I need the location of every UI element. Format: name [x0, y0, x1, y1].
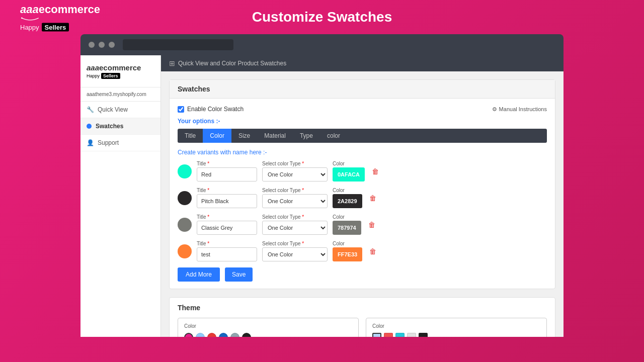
tab-color[interactable]: Color — [203, 129, 231, 143]
enable-label[interactable]: Enable Color Swatch — [178, 106, 244, 113]
variant-color-badge-2[interactable]: 2A2829 — [333, 194, 362, 208]
variant-type-group-4: Select color Type * One Color — [262, 241, 328, 261]
app-container: aaaecommerce Happy Sellers aaatheme3.mys… — [80, 55, 564, 337]
theme-title: Theme — [178, 304, 547, 312]
sidebar-brand: aaaecommerce Happy Sellers — [80, 55, 160, 87]
variant-delete-btn-4[interactable]: 🗑 — [367, 245, 378, 257]
gear-icon: ⚙ — [492, 106, 497, 113]
grid-icon: ⊞ — [169, 59, 175, 67]
variant-color-group-3: Color 787974 — [333, 214, 361, 235]
variant-color-group-4: Color FF7E33 — [333, 241, 362, 261]
variant-color-badge-4[interactable]: FF7E33 — [333, 247, 362, 261]
create-label: Create variants with name here :- — [178, 149, 547, 156]
sidebar-item-swatches[interactable]: Swatches — [80, 118, 160, 135]
tab-color-lower[interactable]: color — [320, 129, 347, 143]
variant-type-select-1[interactable]: One Color — [262, 167, 328, 182]
variant-color-badge-1[interactable]: 0AFACA — [333, 167, 365, 182]
manual-instructions-link[interactable]: ⚙ Manual Instructions — [492, 106, 547, 113]
variant-row-3: Title * Select color Type * One Color Co… — [178, 214, 547, 235]
swatch-circle-blue[interactable] — [219, 333, 228, 337]
variant-delete-btn-1[interactable]: 🗑 — [370, 165, 381, 177]
swatches-card: Swatches Enable Color Swatch ⚙ Manual In… — [169, 79, 555, 289]
browser-chrome — [80, 34, 564, 55]
sidebar-swatches-label: Swatches — [96, 123, 123, 130]
brand-name: aaaecommerce — [20, 3, 100, 16]
tab-size[interactable]: Size — [231, 129, 257, 143]
swatch-circle-black[interactable] — [242, 333, 251, 337]
swatch-sq-teal[interactable] — [395, 333, 405, 337]
enable-text: Enable Color Swatch — [187, 106, 244, 113]
variant-row-1: Title * Select color Type * One Color Co… — [178, 161, 547, 182]
variant-circle-3 — [178, 218, 192, 232]
swatch-sq-lightblue[interactable] — [372, 333, 381, 337]
theme-section-card: Theme Color — [169, 297, 555, 337]
sidebar-item-quick-view[interactable]: 🔧 Quick View — [80, 102, 160, 118]
brand-logo: aaaecommerce Happy Sellers — [20, 3, 100, 32]
tab-material[interactable]: Material — [257, 129, 293, 143]
add-more-button[interactable]: Add More — [178, 267, 220, 282]
variant-color-group-1: Color 0AFACA — [333, 161, 365, 182]
variant-delete-btn-3[interactable]: 🗑 — [366, 219, 377, 231]
swatch-sq-black[interactable] — [419, 333, 428, 337]
variant-title-group-2: Title * — [197, 188, 257, 208]
variant-color-badge-3[interactable]: 787974 — [333, 221, 361, 235]
variant-title-input-4[interactable] — [197, 247, 257, 261]
sidebar-support-label: Support — [98, 139, 119, 146]
variant-type-select-2[interactable]: One Color — [262, 194, 328, 208]
swatch-circle-lightblue[interactable] — [196, 333, 205, 337]
theme-card-1: Color Pink — [178, 318, 359, 337]
swatch-sq-red[interactable] — [384, 333, 393, 337]
variant-type-select-3[interactable]: One Color — [262, 221, 328, 235]
theme-card-2-title: Color — [372, 323, 540, 329]
action-buttons: Add More Save — [178, 267, 547, 282]
browser-dot-1 — [89, 42, 95, 48]
swatch-circle-grey[interactable] — [230, 333, 239, 337]
browser-dot-3 — [109, 42, 115, 48]
topbar-title: ⊞ Quick View and Color Product Swatches — [169, 59, 286, 67]
variant-type-group-2: Select color Type * One Color — [262, 188, 328, 208]
variant-title-input-3[interactable] — [197, 221, 257, 235]
page-title: Customize Swatches — [252, 9, 392, 25]
enable-checkbox[interactable] — [178, 106, 184, 113]
sidebar: aaaecommerce Happy Sellers aaatheme3.mys… — [80, 55, 161, 337]
variant-type-group-3: Select color Type * One Color — [262, 214, 328, 235]
tabs-bar: Title Color Size Material Type color — [178, 129, 547, 143]
sidebar-quickview-label: Quick View — [98, 106, 128, 113]
swatch-sq-white[interactable] — [407, 333, 416, 337]
variant-type-select-4[interactable]: One Color — [262, 247, 328, 261]
tab-title[interactable]: Title — [178, 129, 203, 143]
tagline: Happy Sellers — [20, 23, 100, 32]
tab-type[interactable]: Type — [293, 129, 320, 143]
variant-title-input-1[interactable] — [197, 167, 257, 182]
wrench-icon: 🔧 — [87, 106, 94, 113]
main-content: ⊞ Quick View and Color Product Swatches … — [161, 55, 564, 337]
swatch-circle-red[interactable] — [207, 333, 216, 337]
browser-address-bar — [123, 39, 233, 50]
variant-delete-btn-2[interactable]: 🗑 — [367, 192, 378, 204]
content-area[interactable]: Swatches Enable Color Swatch ⚙ Manual In… — [161, 71, 564, 337]
swatches-body: Enable Color Swatch ⚙ Manual Instruction… — [170, 99, 555, 289]
variant-circle-4 — [178, 244, 192, 258]
browser-dot-2 — [99, 42, 105, 48]
swatches-header: Swatches — [170, 80, 555, 99]
person-icon: 👤 — [87, 139, 94, 146]
theme-card-1-title: Color — [184, 323, 352, 329]
variant-title-group-1: Title * — [197, 161, 257, 182]
theme-swatches-2 — [372, 333, 540, 337]
variant-color-group-2: Color 2A2829 — [333, 188, 362, 208]
app-topbar: ⊞ Quick View and Color Product Swatches — [161, 55, 564, 71]
variant-title-group-3: Title * — [197, 214, 257, 235]
variant-circle-1 — [178, 164, 192, 178]
sidebar-store-url: aaatheme3.myshopify.com — [80, 87, 160, 102]
variant-type-group-1: Select color Type * One Color — [262, 161, 328, 182]
variant-title-input-2[interactable] — [197, 194, 257, 208]
smile-icon — [20, 17, 40, 22]
variant-title-group-4: Title * — [197, 241, 257, 261]
sidebar-item-support[interactable]: 👤 Support — [80, 135, 160, 151]
save-button[interactable]: Save — [225, 267, 253, 282]
theme-card-2: Color Pink — [366, 318, 547, 337]
enable-row: Enable Color Swatch ⚙ Manual Instruction… — [178, 106, 547, 113]
theme-swatches-1 — [184, 333, 352, 337]
swatch-circle-pink[interactable] — [184, 333, 193, 337]
variant-row-2: Title * Select color Type * One Color Co… — [178, 188, 547, 208]
